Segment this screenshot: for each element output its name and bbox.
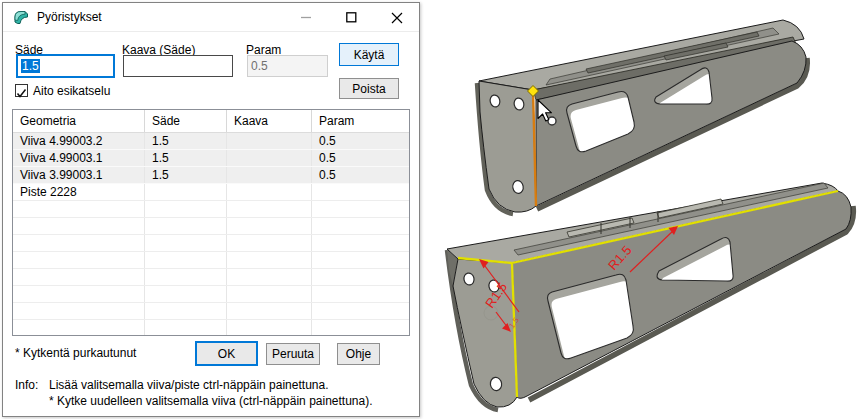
table-row-empty[interactable] (13, 252, 409, 269)
info-line-1: Lisää valitsemalla viiva/piste ctrl-näpp… (49, 378, 329, 392)
cell-param: 0.5 (312, 133, 409, 149)
maximize-button[interactable] (329, 3, 374, 32)
table-row-empty[interactable] (13, 269, 409, 286)
bracket-bottom-plate-face[interactable] (453, 259, 517, 407)
viewport-3d[interactable]: R1.5 R1.5 1.5 (425, 0, 857, 419)
window-title: Pyöristykset (37, 10, 102, 24)
cell-sade: 1.5 (145, 133, 227, 149)
apply-button[interactable]: Käytä (339, 43, 399, 66)
delete-button[interactable]: Poista (339, 78, 399, 99)
close-button[interactable] (374, 3, 419, 32)
table-header: Geometria Säde Kaava Param (13, 110, 409, 133)
cell-sade (145, 184, 227, 200)
table-row[interactable]: Piste 2228 (13, 184, 409, 201)
table-row-empty[interactable] (13, 320, 409, 336)
info-label: Info: (15, 378, 38, 392)
cell-geometria: Viiva 4.99003.2 (13, 133, 145, 149)
param-input: 0.5 (247, 55, 328, 77)
cell-kaava (227, 133, 312, 149)
table-row-empty[interactable] (13, 286, 409, 303)
maximize-icon (346, 12, 357, 23)
cell-sade: 1.5 (145, 150, 227, 166)
cell-param (312, 184, 409, 200)
ok-button[interactable]: OK (195, 341, 258, 366)
minimize-icon (301, 12, 312, 23)
preview-checkbox-label: Aito esikatselu (33, 84, 110, 98)
bracket-top-model[interactable] (477, 20, 807, 214)
table-row-empty[interactable] (13, 235, 409, 252)
help-button[interactable]: Ohje (337, 343, 380, 365)
cell-kaava (227, 167, 312, 183)
table-row[interactable]: Viiva 4.99003.2 1.5 0.5 (13, 133, 409, 150)
info-line-2: * Kytke uudelleen valitsemalla viiva (ct… (49, 394, 373, 408)
fillet-icon (13, 9, 30, 26)
cell-param: 0.5 (312, 167, 409, 183)
status-note: * Kytkentä purkautunut (15, 346, 136, 360)
close-icon (391, 12, 403, 24)
checkmark-icon (16, 88, 27, 99)
col-sade[interactable]: Säde (145, 110, 227, 132)
preview-checkbox[interactable] (15, 84, 28, 97)
cell-geometria: Viiva 3.99003.1 (13, 167, 145, 183)
cell-geometria: Piste 2228 (13, 184, 145, 200)
cell-kaava (227, 150, 312, 166)
formula-input[interactable] (123, 55, 233, 77)
radius-input[interactable]: 1.5 (16, 54, 115, 78)
cell-param: 0.5 (312, 150, 409, 166)
col-param[interactable]: Param (312, 110, 409, 132)
minimize-button[interactable] (284, 3, 329, 32)
table-row[interactable]: Viiva 4.99003.1 1.5 0.5 (13, 150, 409, 167)
fillet-table: Geometria Säde Kaava Param Viiva 4.99003… (12, 109, 410, 336)
col-geometria[interactable]: Geometria (13, 110, 145, 132)
table-row-empty[interactable] (13, 218, 409, 235)
cell-geometria: Viiva 4.99003.1 (13, 150, 145, 166)
table-row-empty[interactable] (13, 201, 409, 218)
vertex-marker[interactable] (548, 117, 556, 125)
cell-sade: 1.5 (145, 167, 227, 183)
cancel-button[interactable]: Peruuta (266, 343, 320, 365)
table-row-empty[interactable] (13, 303, 409, 320)
fillets-dialog: Pyöristykset Säde 1.5 Kaava (Säde) Param… (2, 2, 420, 417)
titlebar[interactable]: Pyöristykset (3, 3, 419, 32)
cell-kaava (227, 184, 312, 200)
col-kaava[interactable]: Kaava (227, 110, 312, 132)
table-row[interactable]: Viiva 3.99003.1 1.5 0.5 (13, 167, 409, 184)
